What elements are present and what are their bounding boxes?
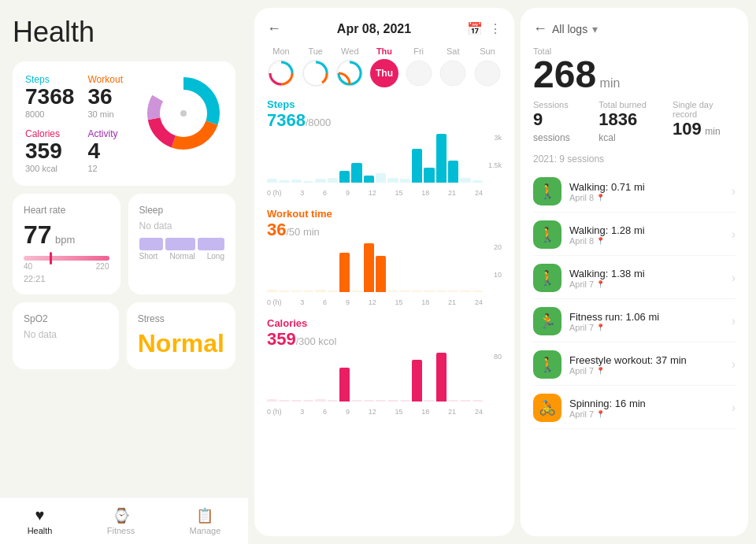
heart-time: 22:21 (24, 274, 109, 283)
stats-grid: Steps 7368 8000 Workout 36 30 min Calori… (25, 74, 144, 173)
workout-chart-value-line: 36/50 min (267, 220, 502, 240)
activity-item[interactable]: 🚶 Walking: 1.38 mi April 7 📍 › (533, 257, 736, 299)
more-icon[interactable]: ⋮ (489, 21, 502, 36)
date-nav: ← Apr 08, 2021 📅 ⋮ (267, 20, 502, 37)
activity-name-4: Fitness run: 1.06 mi (569, 311, 732, 323)
spo2-title: SpO2 (24, 313, 108, 324)
activity-item[interactable]: 🏃 Fitness run: 1.06 mi April 7 📍 › (533, 301, 736, 342)
day-fri[interactable]: Fri (405, 46, 433, 87)
steps-chart-value-line: 7368/8000 (267, 110, 502, 131)
summary-row: Sessions 9 sessions Total burned 1836 kc… (533, 100, 736, 144)
svg-point-9 (406, 61, 432, 86)
calories-max-label: 80 (494, 353, 502, 361)
activity-item[interactable]: 🚴 Spinning: 16 min April 7 📍 › (533, 387, 736, 429)
steps-mid-label: 1.5k (488, 161, 502, 169)
day-thu[interactable]: Thu Thu (370, 46, 398, 87)
workout-unit: 30 min (88, 109, 145, 119)
activity-name-5: Freestyle workout: 37 min (569, 354, 732, 366)
day-mon[interactable]: Mon (267, 46, 295, 87)
sleep-bar-3 (198, 238, 224, 250)
walking-icon-2: 🚶 (533, 220, 561, 249)
activity-info-5: Freestyle workout: 37 min April 7 📍 (569, 354, 732, 376)
single-day-summary: Single day record 109 min (673, 100, 736, 144)
activity-info-4: Fitness run: 1.06 mi April 7 📍 (569, 311, 732, 332)
prev-date-button[interactable]: ← (267, 20, 281, 37)
heart-rate-title: Heart rate (24, 205, 109, 216)
heart-bar-bg (24, 256, 109, 261)
week-strip: Mon Tue (267, 46, 502, 87)
activity-info-2: Walking: 1.28 mi April 8 📍 (569, 224, 732, 246)
activity-date-1: April 8 📍 (569, 193, 732, 202)
calories-chart-value-line: 359/300 kcol (267, 329, 502, 350)
activity-goal: 12 (88, 164, 145, 173)
steps-max-label: 3k (494, 134, 502, 142)
workout-bars (267, 243, 483, 292)
date-nav-title: Apr 08, 2021 (337, 22, 411, 36)
donut-chart (144, 74, 223, 153)
total-value-wrap: 268 min (533, 56, 736, 94)
sleep-labels: Short Normal Long (139, 252, 225, 261)
heart-rate-value-wrap: 77 bpm (24, 220, 109, 250)
activity-date-6: April 7 📍 (569, 409, 732, 419)
nav-health[interactable]: ♥ Health (28, 506, 53, 535)
chevron-icon-2: › (732, 228, 736, 242)
calories-chart-area: 80 (267, 353, 502, 416)
filter-icon[interactable]: ▾ (592, 23, 598, 35)
stress-value: Normal (138, 329, 224, 358)
heart-min: 40 (24, 262, 32, 271)
steps-chart-goal: 8000 (308, 117, 331, 128)
nav-fitness-label: Fitness (107, 526, 135, 535)
back-arrow-icon[interactable]: ← (533, 20, 547, 37)
workout-chart-title: Workout time (267, 208, 502, 220)
spo2-card: SpO2 No data (13, 302, 119, 369)
sleep-bar-2 (165, 238, 195, 250)
nav-manage[interactable]: 📋 Manage (190, 507, 221, 535)
activity-item[interactable]: 🚶 Walking: 0.71 mi April 8 📍 › (533, 171, 736, 213)
day-wed-label: Wed (341, 46, 358, 56)
burned-label: Total burned (598, 100, 654, 109)
day-sun[interactable]: Sun (473, 46, 502, 87)
left-main: Steps 7368 8000 Workout 36 30 min Calori… (13, 61, 235, 528)
sleep-label-long: Long (207, 252, 224, 261)
activity-item[interactable]: 🚶 Freestyle workout: 37 min April 7 📍 › (533, 344, 736, 386)
all-logs-link[interactable]: All logs (552, 23, 587, 35)
day-tue-circle (302, 59, 330, 87)
workout-stat: Workout 36 30 min (88, 74, 145, 119)
walking-icon-1: 🚶 (533, 177, 561, 205)
activity-item[interactable]: 🚶 Walking: 1.28 mi April 8 📍 › (533, 214, 736, 256)
heart-rate-card: Heart rate 77 bpm 40 220 22:21 (13, 194, 120, 294)
chevron-icon-4: › (732, 314, 736, 328)
calories-chart-section: Calories 359/300 kcol 80 (267, 317, 502, 416)
running-icon: 🏃 (533, 307, 561, 335)
heart-bar-labels: 40 220 (24, 262, 109, 271)
svg-point-5 (180, 110, 187, 117)
workout-mid-label: 10 (494, 271, 502, 279)
day-sat-circle (439, 59, 467, 87)
calories-chart-title: Calories (267, 317, 502, 329)
workout-chart-goal: 50 min (289, 226, 320, 238)
heart-bar: 40 220 (24, 256, 109, 271)
steps-bars (267, 134, 483, 183)
single-day-value: 109 (673, 119, 702, 139)
calendar-icon[interactable]: 📅 (467, 21, 483, 36)
day-tue[interactable]: Tue (302, 46, 330, 87)
nav-fitness[interactable]: ⌚ Fitness (107, 507, 135, 535)
workout-chart-value: 36 (267, 220, 286, 239)
activity-name-2: Walking: 1.28 mi (569, 224, 732, 236)
stress-title: Stress (138, 313, 224, 324)
day-sun-label: Sun (480, 46, 495, 56)
chevron-icon-3: › (732, 271, 736, 285)
day-sun-circle (473, 59, 502, 87)
walking-icon-3: 🚶 (533, 264, 561, 292)
calories-chart-value: 359 (267, 329, 296, 349)
activity-label: Activity (88, 128, 145, 139)
calories-stat: Calories 359 300 kcal (25, 128, 82, 173)
day-fri-circle (405, 59, 433, 87)
day-wed[interactable]: Wed (335, 46, 364, 87)
activity-date-3: April 7 📍 (569, 279, 732, 289)
steps-x-labels: 0 (h)3691215182124 (267, 189, 483, 197)
freestyle-icon: 🚶 (533, 350, 561, 379)
sessions-header: 2021: 9 sessions (533, 154, 736, 165)
spinning-icon: 🚴 (533, 394, 561, 422)
day-sat[interactable]: Sat (439, 46, 467, 87)
